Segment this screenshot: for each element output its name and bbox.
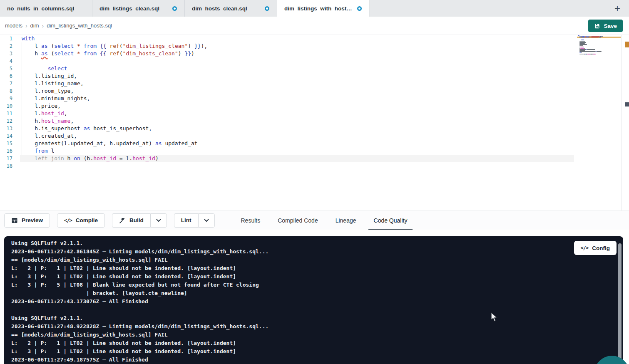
breadcrumb-item-models[interactable]: models: [5, 22, 22, 29]
code-line[interactable]: 7 l.listing_name,: [0, 80, 629, 87]
minimap-line: [578, 37, 609, 38]
line-number: 11: [0, 110, 12, 117]
code-text: select: [22, 65, 67, 72]
editor-tab[interactable]: dim_listings_clean.sql: [92, 0, 185, 17]
preview-table-icon: [11, 217, 18, 224]
terminal-line: L: 3 | P: 1 | LT02 | Line should not be …: [11, 272, 611, 281]
config-button[interactable]: </> Config: [574, 241, 617, 255]
minimap[interactable]: [578, 35, 609, 56]
preview-button[interactable]: Preview: [4, 213, 50, 228]
minimap-line: [578, 36, 609, 37]
panel-tab-results[interactable]: Results: [232, 211, 269, 230]
editor-tab[interactable]: no_nulls_in_columns.sql: [0, 0, 92, 17]
code-line[interactable]: 8 l.room_type,: [0, 87, 629, 95]
unsaved-changes-icon[interactable]: [265, 6, 269, 11]
code-text: h.is_superhost as host_is_superhost,: [22, 125, 152, 132]
line-number: 15: [0, 140, 12, 147]
code-line[interactable]: 15 greatest(l.updated_at, h.updated_at) …: [0, 140, 629, 147]
terminal-line: == [models/dim/dim_listings_with_hosts.s…: [11, 256, 611, 264]
code-brackets-icon: </>: [64, 218, 72, 223]
new-tab-button[interactable]: +: [610, 0, 625, 17]
unsaved-changes-icon[interactable]: [357, 6, 362, 11]
minimap-line: [578, 43, 609, 44]
code-line[interactable]: 3 h as (select * from {{ ref("dim_hosts_…: [0, 50, 629, 57]
line-number: 14: [0, 132, 12, 140]
code-line[interactable]: 16 from l: [0, 147, 629, 155]
editor-scroll-track: [621, 35, 622, 210]
code-line[interactable]: 18: [0, 162, 629, 170]
code-text: h.host_name,: [22, 117, 74, 125]
build-button-group: Build: [112, 213, 167, 228]
terminal-line: L: 2 | P: 1 | LT02 | Line should not be …: [11, 264, 611, 272]
compile-button[interactable]: </> Compile: [57, 213, 105, 228]
code-line[interactable]: 10 l.price,: [0, 102, 629, 110]
editor-tab[interactable]: dim_listings_with_hosts.sql: [277, 0, 370, 17]
line-number: 6: [0, 72, 12, 80]
chevron-down-icon: [204, 219, 209, 222]
code-line[interactable]: 1with: [0, 35, 629, 42]
minimap-line: [578, 42, 609, 43]
minimap-line: [578, 38, 609, 39]
line-number: 12: [0, 117, 12, 125]
code-line[interactable]: 4: [0, 57, 629, 65]
code-text: l.created_at,: [22, 132, 77, 140]
terminal-line: 2023-06-06T11:27:49.187575Z — All Finish…: [11, 356, 611, 364]
code-line[interactable]: 13 h.is_superhost as host_is_superhost,: [0, 125, 629, 132]
terminal-line: Using SQLFluff v2.1.1.: [11, 314, 611, 322]
terminal-line: Using SQLFluff v2.1.1.: [11, 239, 611, 248]
terminal-line: 2023-06-06T11:27:43.173076Z — All Finish…: [11, 297, 611, 306]
panel-tab-code-quality[interactable]: Code Quality: [365, 211, 416, 230]
minimap-line: [578, 48, 609, 49]
lint-button-label: Lint: [181, 217, 191, 223]
build-dropdown-button[interactable]: [150, 213, 167, 228]
line-number: 3: [0, 50, 12, 57]
line-number: 8: [0, 87, 12, 95]
editor-tab[interactable]: dim_hosts_clean.sql: [185, 0, 277, 17]
panel-tab-lineage[interactable]: Lineage: [327, 211, 365, 230]
minimap-line: [578, 52, 609, 53]
terminal-line: | bracket. [layout.cte_newline]: [11, 289, 611, 297]
code-text: h as (select * from {{ ref("dim_hosts_cl…: [22, 50, 194, 57]
line-number: 1: [0, 35, 12, 42]
code-text: l as (select * from {{ ref("dim_listings…: [22, 42, 207, 50]
editor-tab-bar: no_nulls_in_columns.sqldim_listings_clea…: [0, 0, 629, 17]
code-text: left join h on (h.host_id = l.host_id): [22, 155, 159, 162]
lint-dropdown-button[interactable]: [198, 213, 215, 228]
editor-tab-label: dim_hosts_clean.sql: [192, 5, 247, 12]
build-button[interactable]: Build: [112, 213, 150, 228]
code-editor[interactable]: 1with2 l as (select * from {{ ref("dim_l…: [0, 35, 629, 210]
line-number: 16: [0, 147, 12, 155]
code-text: l.room_type,: [22, 87, 74, 95]
code-line[interactable]: 5 select: [0, 65, 629, 72]
code-line[interactable]: 17 left join h on (h.host_id = l.host_id…: [0, 155, 629, 162]
compile-button-label: Compile: [76, 217, 98, 223]
editor-tab-label: dim_listings_with_hosts.sql: [284, 5, 353, 12]
line-number: 17: [0, 155, 12, 162]
lint-button[interactable]: Lint: [174, 213, 198, 228]
breadcrumb-item-dim[interactable]: dim: [30, 22, 39, 29]
panel-tab-compiled-code[interactable]: Compiled Code: [269, 211, 327, 230]
code-line[interactable]: 6 l.listing_id,: [0, 72, 629, 80]
preview-button-label: Preview: [22, 217, 43, 223]
save-button[interactable]: Save: [588, 20, 623, 32]
code-text: greatest(l.updated_at, h.updated_at) as …: [22, 140, 198, 147]
code-line[interactable]: 12 h.host_name,: [0, 117, 629, 125]
code-line[interactable]: 2 l as (select * from {{ ref("dim_listin…: [0, 42, 629, 50]
minimap-line: [578, 49, 609, 50]
save-floppy-icon: [594, 23, 600, 29]
minimap-line: [578, 40, 609, 40]
code-line[interactable]: 11 l.host_id,: [0, 110, 629, 117]
minimap-line: [578, 47, 609, 47]
terminal-line: L: 3 | P: 5 | LT08 | Blank line expected…: [11, 281, 611, 289]
unsaved-changes-icon[interactable]: [172, 6, 177, 11]
terminal-scrollbar[interactable]: [618, 243, 622, 364]
code-text: with: [22, 35, 35, 42]
terminal-output: Using SQLFluff v2.1.1.2023-06-06T11:27:4…: [4, 236, 623, 364]
code-line[interactable]: 14 l.created_at,: [0, 132, 629, 140]
line-number: 10: [0, 102, 12, 110]
save-button-label: Save: [604, 23, 617, 29]
code-line[interactable]: 9 l.minimum_nights,: [0, 95, 629, 102]
breadcrumb-item-file: dim_listings_with_hosts.sql: [47, 22, 112, 29]
code-text: from l: [22, 147, 54, 155]
code-lines: 1with2 l as (select * from {{ ref("dim_l…: [0, 35, 629, 170]
